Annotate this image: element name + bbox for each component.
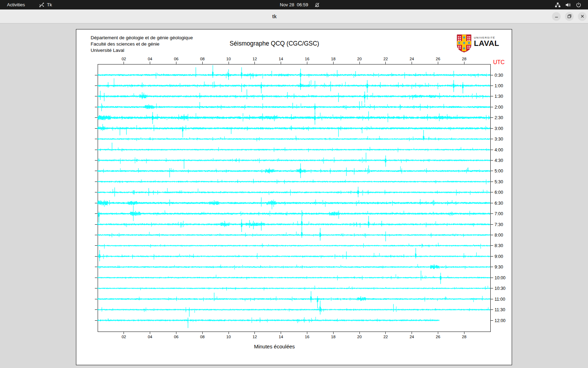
trace-events (196, 65, 454, 81)
row-time-label: 3:30 (495, 137, 503, 142)
close-icon (580, 14, 584, 19)
row-time-label: 2:30 (495, 115, 503, 120)
row-time-label: 10:00 (495, 275, 505, 280)
x-axis-title: Minutes écoulées (254, 343, 295, 349)
trace-row (98, 264, 490, 270)
app-menu-button[interactable]: Tk (37, 0, 54, 9)
x-tick-label-bottom: 26 (436, 335, 440, 339)
gnome-top-bar: Activities Tk Nov 28 06:59 (0, 0, 588, 9)
tk-app-icon (39, 2, 44, 7)
maximize-button[interactable] (565, 12, 574, 21)
trace-row (98, 157, 490, 164)
row-time-label: 3:00 (495, 126, 503, 131)
trace-row (98, 205, 490, 221)
wired-network-icon (555, 2, 561, 8)
volume-icon (565, 2, 571, 8)
minimize-button[interactable] (552, 12, 561, 21)
row-time-label: 1:00 (495, 83, 503, 88)
trace-row (98, 221, 490, 227)
x-tick-label-top: 06 (174, 57, 178, 61)
row-time-label: 6:00 (495, 190, 503, 195)
x-tick-label-top: 08 (200, 57, 205, 61)
x-tick-label-top: 02 (121, 57, 126, 61)
trace-row (98, 113, 490, 122)
x-tick-label-top: 12 (252, 57, 257, 61)
trace-events (301, 227, 386, 241)
x-tick-label-bottom: 16 (305, 335, 309, 339)
trace-row (98, 124, 490, 131)
trace-events (423, 130, 424, 141)
row-time-label: 11:30 (495, 307, 505, 312)
x-tick-label-bottom: 20 (357, 335, 362, 339)
row-time-label: 12:00 (495, 318, 505, 323)
tk-window-body: Département de géologie et de génie géol… (0, 24, 588, 368)
clock-label: Nov 28 06:59 (280, 2, 308, 7)
row-time-label: 2:00 (495, 105, 503, 110)
x-tick-label-top: 24 (410, 57, 414, 61)
x-tick-label-top: 10 (226, 57, 231, 61)
trace-events (120, 125, 362, 137)
x-tick-label-bottom: 10 (226, 335, 231, 339)
trace-row (98, 71, 490, 79)
trace-events (188, 318, 260, 328)
desktop: Activities Tk Nov 28 06:59 (0, 0, 588, 368)
seismogram-plot: 0202040406060808101012121414161618182020… (76, 29, 512, 366)
app-menu-label: Tk (47, 2, 52, 7)
power-icon (576, 2, 581, 8)
row-time-label: 8:30 (495, 243, 503, 248)
row-time-label: 0:30 (495, 73, 503, 78)
x-tick-label-bottom: 06 (174, 335, 178, 339)
close-button[interactable] (578, 12, 587, 21)
row-time-label: 4:00 (495, 148, 503, 152)
trace-row (98, 252, 490, 259)
trace-row (98, 307, 490, 313)
x-tick-label-top: 14 (279, 57, 283, 61)
x-tick-label-top: 20 (357, 57, 362, 61)
row-time-label: 9:00 (495, 254, 503, 259)
clock-menu-button[interactable]: Nov 28 06:59 (278, 0, 310, 9)
x-tick-label-bottom: 28 (462, 335, 467, 339)
trace-row (98, 179, 490, 184)
row-time-label: 5:00 (495, 169, 503, 173)
trace-row (98, 101, 490, 111)
trace-row (98, 243, 490, 248)
x-tick-label-top: 04 (148, 57, 152, 61)
trace-row (98, 78, 490, 89)
row-time-label: 5:30 (495, 179, 503, 184)
trace-row (98, 296, 490, 302)
x-tick-label-bottom: 04 (148, 335, 152, 339)
window-titlebar: tk (0, 9, 588, 23)
seismograph-canvas: Département de géologie et de génie géol… (76, 29, 512, 365)
trace-row (98, 166, 490, 174)
trace-events (99, 248, 416, 261)
trace-row (98, 232, 490, 238)
x-tick-label-top: 18 (331, 57, 336, 61)
x-tick-label-bottom: 02 (121, 335, 126, 339)
trace-events (189, 301, 393, 317)
x-tick-label-bottom: 18 (331, 335, 336, 339)
system-status-menu[interactable] (553, 0, 583, 9)
row-time-label: 7:00 (495, 211, 503, 216)
bell-slash-icon (314, 0, 320, 9)
row-time-label: 10:30 (495, 286, 505, 291)
x-tick-label-bottom: 22 (383, 335, 388, 339)
activities-button[interactable]: Activities (5, 0, 27, 9)
row-time-label: 11:00 (495, 297, 505, 302)
row-time-label: 1:30 (495, 94, 503, 99)
x-tick-label-top: 28 (462, 57, 467, 61)
row-time-label: 8:00 (495, 233, 503, 238)
row-time-label: 4:30 (495, 158, 503, 163)
x-tick-label-top: 26 (436, 57, 440, 61)
trace-row (98, 188, 490, 196)
trace-events (98, 210, 335, 223)
x-tick-label-bottom: 24 (410, 335, 414, 339)
x-tick-label-top: 16 (305, 57, 309, 61)
row-time-label: 7:30 (495, 222, 503, 227)
trace-row (98, 317, 439, 323)
restore-icon (567, 14, 572, 19)
x-tick-label-bottom: 08 (200, 335, 205, 339)
window-title: tk (272, 14, 276, 19)
x-tick-label-top: 22 (383, 57, 388, 61)
minimize-icon (554, 14, 559, 19)
trace-row (98, 199, 490, 209)
